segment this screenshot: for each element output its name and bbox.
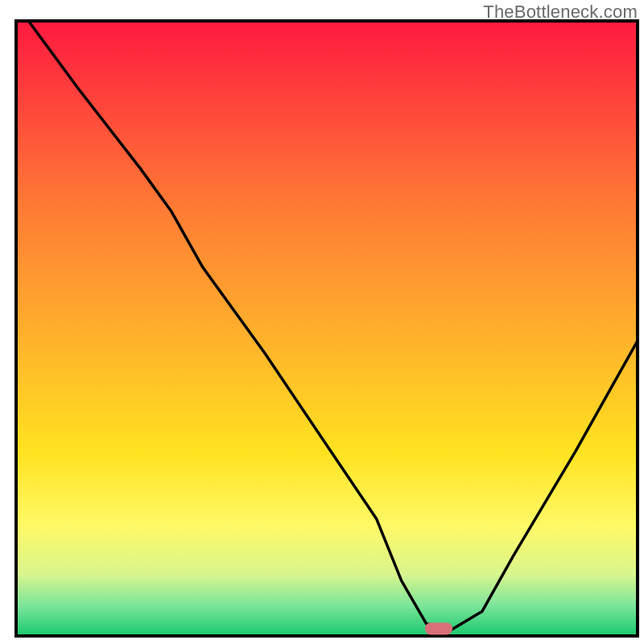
gradient-background — [16, 21, 638, 636]
bottleneck-chart: TheBottleneck.com — [0, 0, 644, 644]
watermark-label: TheBottleneck.com — [483, 2, 638, 23]
optimal-marker — [425, 622, 452, 634]
chart-svg — [0, 0, 644, 644]
